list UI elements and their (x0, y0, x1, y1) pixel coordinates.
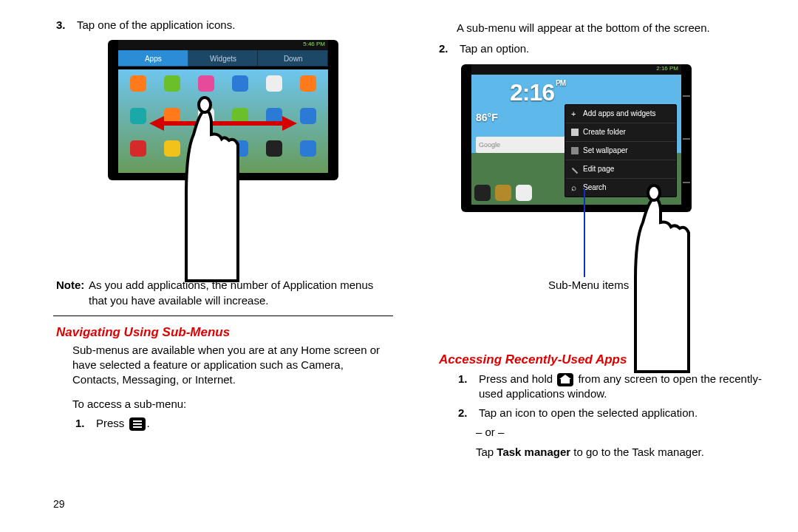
step-number: 2. (455, 406, 479, 420)
tab-widgets[interactable]: Widgets (188, 50, 259, 66)
pencil-icon (572, 167, 578, 173)
app-icon[interactable] (293, 139, 324, 168)
step-text: Tap one of the application icons. (77, 18, 393, 33)
dock-icon[interactable] (474, 185, 491, 201)
search-widget[interactable]: Google (476, 137, 566, 153)
right-step-1: 1. Press and hold from any screen to ope… (436, 372, 776, 402)
app-icon[interactable] (293, 74, 324, 103)
right-step-2: 2. Tap an option. (436, 41, 776, 56)
task-manager-line: Tap Task manager to go to the Task manag… (436, 445, 776, 460)
callout-line (584, 188, 585, 277)
heading-navigating-submenus: Navigating Using Sub-Menus (53, 325, 393, 340)
folder-icon (571, 129, 579, 136)
access-submenu-line: To access a sub-menu: (53, 397, 393, 412)
plus-icon (571, 110, 579, 117)
status-bar: 5:46 PM (118, 40, 328, 50)
page-number: 29 (53, 498, 65, 510)
submenu-item-edit-page[interactable]: Edit page (565, 160, 676, 179)
step-number: 1. (455, 372, 479, 402)
home-key-icon[interactable] (683, 138, 690, 140)
submenu-intro-text: Sub-menus are available when you are at … (53, 343, 393, 388)
step-number: 3. (53, 18, 77, 33)
step-number: 1. (72, 416, 96, 431)
step-number: 2. (436, 41, 460, 56)
left-step-3: 3. Tap one of the application icons. (53, 18, 393, 33)
left-step-1: 1. Press . (53, 416, 393, 431)
submenu-appear-text: A sub-menu will appear at the bottom of … (436, 21, 776, 35)
note-label: Note: (53, 278, 89, 308)
wallpaper-icon (571, 147, 579, 154)
dock-icon[interactable] (495, 185, 511, 201)
right-step-2b: 2. Tap an icon to open the selected appl… (436, 406, 776, 420)
back-key-icon[interactable] (683, 95, 690, 97)
weather-widget: 86°F (476, 112, 498, 123)
step-text: Tap an icon to open the selected applica… (479, 406, 776, 420)
left-column: 3. Tap one of the application icons. 5:4… (53, 18, 393, 435)
step-text: Press . (96, 416, 393, 431)
svg-point-2 (648, 185, 660, 200)
step-text: Press and hold from any screen to open t… (479, 372, 776, 402)
step-text: Tap an option. (460, 41, 776, 56)
submenu-item-add-apps[interactable]: Add apps and widgets (565, 105, 676, 123)
divider (53, 316, 393, 316)
hand-icon (142, 92, 267, 284)
menu-key-icon (129, 417, 146, 431)
home-key-icon (557, 373, 573, 386)
tab-apps[interactable]: Apps (118, 50, 188, 66)
apps-tabs: Apps Widgets Down (118, 50, 328, 66)
search-icon (571, 184, 579, 191)
status-bar: 2:16 PM (471, 64, 681, 75)
hand-icon (597, 183, 723, 375)
submenu-item-create-folder[interactable]: Create folder (565, 123, 676, 142)
svg-point-0 (199, 98, 211, 112)
clock-widget: 2:16PM (510, 79, 565, 106)
or-text: – or – (436, 425, 776, 440)
app-icon[interactable] (293, 106, 324, 136)
dock-icon[interactable] (516, 185, 532, 201)
tab-down[interactable]: Down (258, 50, 328, 66)
submenu-item-set-wallpaper[interactable]: Set wallpaper (565, 142, 676, 160)
right-column: A sub-menu will appear at the bottom of … (436, 18, 776, 460)
